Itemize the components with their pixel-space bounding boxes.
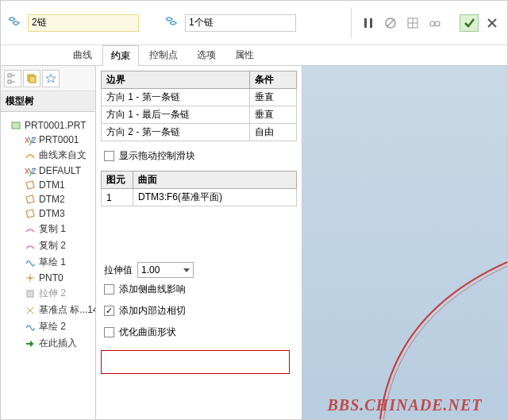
tree-item-label: 曲线来自文 <box>39 148 87 162</box>
stretch-value-dropdown[interactable]: 1.00 <box>137 262 194 278</box>
checkbox-label: 添加内部边相切 <box>119 304 186 318</box>
stretch-value: 1.00 <box>141 264 160 276</box>
tree-item[interactable]: xyzPRT0001 <box>1 133 95 147</box>
svg-line-3 <box>387 19 394 27</box>
tree-item-label: DTM1 <box>39 179 65 191</box>
part-icon <box>10 120 21 131</box>
optimize-surface-checkbox[interactable] <box>104 327 114 337</box>
table-cell[interactable]: 1 <box>102 189 133 206</box>
sketch-icon <box>25 257 36 268</box>
tree-item-label: DTM3 <box>39 208 65 219</box>
tree-item[interactable]: 复制 1 <box>1 221 95 237</box>
tree-item[interactable]: DTM2 <box>1 192 95 206</box>
chain2-input[interactable] <box>185 14 296 32</box>
svg-rect-1 <box>370 18 372 28</box>
table-cell[interactable]: 自由 <box>250 124 297 141</box>
tree-item-label: DTM2 <box>39 194 65 205</box>
tab-bar: 曲线 约束 控制点 选项 属性 <box>1 45 507 66</box>
table-cell[interactable]: 垂直 <box>250 89 297 106</box>
table-cell[interactable]: 方向 1 - 最后一条链 <box>102 106 250 124</box>
tree-view-button[interactable] <box>4 70 21 87</box>
table-header: 图元 <box>102 171 133 189</box>
tree-item[interactable]: 草绘 2 <box>1 318 95 335</box>
svg-text:z: z <box>32 134 36 145</box>
point2-icon <box>25 305 36 316</box>
tree-item-label: 复制 1 <box>39 222 66 236</box>
svg-point-7 <box>430 21 435 26</box>
tree-item-label: 草绘 1 <box>39 256 66 269</box>
svg-point-26 <box>29 277 32 279</box>
tree-item[interactable]: 拉伸 2 <box>1 285 95 302</box>
star-button[interactable] <box>42 70 60 87</box>
layers-button[interactable] <box>23 70 40 87</box>
tree-item[interactable]: 基准点 标...143 <box>1 302 95 318</box>
tree-item[interactable]: xyzDEFAULT <box>1 164 95 178</box>
plane-icon <box>25 194 36 205</box>
tree-item-label: 基准点 标...143 <box>39 303 95 317</box>
watermark: BBS.CHINADE.NET <box>327 396 482 414</box>
model-tree-sidebar: 模型树 PRT0001.PRT xyzPRT0001曲线来自文xyzDEFAUL… <box>1 66 96 419</box>
chain-icon-2 <box>164 16 180 30</box>
svg-rect-12 <box>8 80 11 83</box>
pause-button[interactable] <box>360 14 377 32</box>
table-header: 曲面 <box>133 171 297 189</box>
tree-item[interactable]: 曲线来自文 <box>1 147 95 164</box>
tab-options[interactable]: 选项 <box>188 44 225 65</box>
tab-attributes[interactable]: 属性 <box>226 44 263 65</box>
tree-item[interactable]: 在此插入 <box>1 335 95 352</box>
element-surface-table[interactable]: 图元曲面 1DTM3:F6(基准平面) <box>101 171 297 206</box>
glasses-icon-button[interactable] <box>426 14 444 32</box>
svg-text:z: z <box>32 165 36 176</box>
table-cell[interactable]: 垂直 <box>250 106 297 124</box>
table-cell[interactable]: DTM3:F6(基准平面) <box>133 189 297 206</box>
tab-curve[interactable]: 曲线 <box>64 44 101 65</box>
tree-item-label: DEFAULT <box>39 165 81 176</box>
tree-item[interactable]: 草绘 1 <box>1 254 95 271</box>
add-inner-tangent-checkbox[interactable] <box>104 306 114 316</box>
tree-item-label: PNT0 <box>39 272 64 283</box>
xyz-icon: xyz <box>25 165 36 176</box>
tree-item[interactable]: DTM3 <box>1 206 95 221</box>
tree-root[interactable]: PRT0001.PRT <box>1 118 95 133</box>
tree-item-label: 复制 2 <box>39 239 66 252</box>
constraint-panel: 边界条件 方向 1 - 第一条链垂直 方向 1 - 最后一条链垂直 方向 2 -… <box>96 66 302 419</box>
extrude-icon <box>25 288 36 299</box>
tree-item-label: 拉伸 2 <box>39 287 66 300</box>
plane-icon <box>25 179 36 191</box>
svg-rect-11 <box>8 74 11 77</box>
tree-item-label: PRT0001 <box>39 134 79 145</box>
insert-icon <box>25 338 36 349</box>
highlight-box <box>101 350 290 374</box>
svg-rect-27 <box>27 291 33 297</box>
svg-rect-0 <box>364 18 367 28</box>
tab-control-points[interactable]: 控制点 <box>140 44 187 65</box>
grid-icon-button[interactable] <box>404 14 421 32</box>
boundary-table[interactable]: 边界条件 方向 1 - 第一条链垂直 方向 1 - 最后一条链垂直 方向 2 -… <box>101 71 297 141</box>
svg-rect-17 <box>12 122 20 129</box>
chevron-down-icon <box>183 268 190 272</box>
tree-item[interactable]: DTM1 <box>1 178 95 192</box>
show-drag-slider-checkbox[interactable] <box>104 151 114 161</box>
table-header: 条件 <box>250 71 297 89</box>
model-curve <box>348 197 507 419</box>
table-cell[interactable]: 方向 2 - 第一条链 <box>102 124 250 141</box>
tree-item[interactable]: 复制 2 <box>1 237 95 254</box>
point-icon <box>25 272 36 283</box>
plane-icon <box>25 208 36 219</box>
tab-constraint[interactable]: 约束 <box>102 45 139 66</box>
add-side-curve-checkbox[interactable] <box>104 284 114 295</box>
table-header: 边界 <box>102 71 250 89</box>
no-icon-button[interactable] <box>382 14 399 32</box>
ok-button[interactable] <box>460 14 479 32</box>
table-cell[interactable]: 方向 1 - 第一条链 <box>102 89 250 106</box>
tree-item-label: 草绘 2 <box>39 320 66 333</box>
chain1-input[interactable] <box>28 14 139 32</box>
stretch-label: 拉伸值 <box>104 264 133 277</box>
tree-item[interactable]: PNT0 <box>1 271 95 285</box>
svg-point-8 <box>435 21 440 26</box>
graphics-viewport[interactable]: BBS.CHINADE.NET <box>302 66 507 419</box>
copy-icon <box>25 224 36 235</box>
checkbox-label: 添加侧曲线影响 <box>119 283 186 296</box>
cancel-button[interactable] <box>483 14 501 32</box>
checkbox-label: 优化曲面形状 <box>119 326 176 339</box>
